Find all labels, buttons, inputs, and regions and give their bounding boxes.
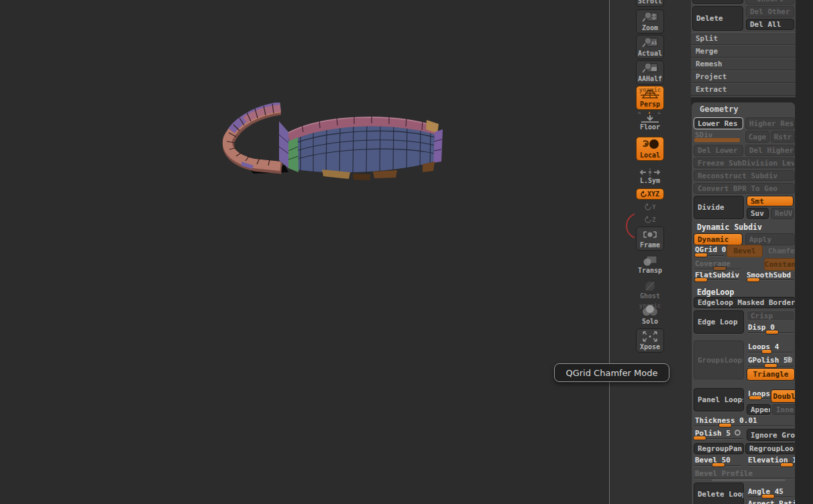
apply-button[interactable]: Apply xyxy=(745,233,795,245)
suv-button[interactable]: Suv xyxy=(747,208,769,219)
smoothsubdiv-slider[interactable] xyxy=(747,277,760,282)
rstr-button[interactable]: Rstr xyxy=(771,131,795,143)
zbrush-window: Scroll Zoom x1 Actual AAHalf ynamic xyxy=(0,0,813,504)
elevation-slider[interactable] xyxy=(780,462,794,467)
sym-arrows-icon xyxy=(637,167,663,177)
append-mode-button[interactable]: Appen xyxy=(747,404,771,415)
model-left-arc xyxy=(227,104,282,169)
actual-button[interactable]: x1 Actual xyxy=(636,35,664,59)
append-button-partial[interactable] xyxy=(692,0,743,4)
regroup-loops-button[interactable]: RegroupLoo xyxy=(745,443,796,454)
frame-button[interactable]: Frame xyxy=(636,227,664,251)
tooltip: QGrid Chamfer Mode xyxy=(554,363,669,382)
local-button[interactable]: Local xyxy=(636,137,664,161)
flatsubdiv-slider[interactable] xyxy=(694,277,708,282)
edgeloop-header[interactable]: EdgeLoop xyxy=(697,288,734,297)
lsym-button[interactable]: L.Sym xyxy=(636,166,664,186)
ring-clip xyxy=(610,0,635,504)
scroll-label: Scroll xyxy=(638,0,662,6)
solo-button[interactable]: ynamic Solo xyxy=(636,302,664,327)
edge-loop-button[interactable]: Edge Loop xyxy=(694,310,744,334)
rotate-z-button[interactable]: Z xyxy=(636,214,664,226)
ghost-button[interactable]: Ghost xyxy=(636,279,664,302)
scroll-button[interactable]: Scroll xyxy=(636,0,664,7)
xpose-button[interactable]: Xpose xyxy=(636,328,664,353)
smt-button[interactable]: Smt xyxy=(747,196,794,206)
rotate-xyz-button[interactable]: XYZ xyxy=(636,188,664,200)
cage-button[interactable]: Cage xyxy=(745,131,769,143)
bevel-profile-label[interactable]: Bevel Profile xyxy=(695,469,753,478)
polish-slider[interactable] xyxy=(693,436,706,440)
angle-slider[interactable] xyxy=(761,494,775,499)
insert-button[interactable]: Insert xyxy=(746,0,794,5)
bevel-profile-curve[interactable] xyxy=(712,479,785,481)
loops-slider[interactable] xyxy=(761,349,772,354)
transp-button[interactable]: Transp xyxy=(636,253,664,276)
del-all-button[interactable]: Del All xyxy=(746,19,794,30)
delete-button[interactable]: Delete xyxy=(692,6,743,31)
convert-bpr-button[interactable]: Convert BPR To Geo xyxy=(694,183,795,194)
freeze-subdivision-button[interactable]: Freeze SubDivision Levels xyxy=(694,158,795,168)
crisp-button[interactable]: Crisp xyxy=(747,310,795,321)
floor-icon xyxy=(637,115,663,123)
persp-label: Persp xyxy=(640,101,660,109)
del-higher-button[interactable]: Del Higher xyxy=(745,145,795,156)
window-right-edge xyxy=(796,0,813,504)
edgeloop-masked-border-button[interactable]: Edgeloop Masked Border xyxy=(694,297,796,308)
zoom-label: Zoom xyxy=(642,24,658,33)
del-other-button[interactable]: Del Other xyxy=(746,6,794,17)
sdiv-slider[interactable] xyxy=(694,138,740,142)
triangle-button[interactable]: Triangle xyxy=(747,368,795,381)
sculpt-model[interactable] xyxy=(221,103,444,182)
coverage-slider[interactable] xyxy=(713,266,726,271)
local-pivot-icon xyxy=(637,137,663,151)
floor-button[interactable]: x Y z Floor xyxy=(636,111,664,133)
double-button[interactable]: Doubl xyxy=(771,389,796,403)
aspect-ratio-slider-label: Aspect Rati xyxy=(748,499,796,504)
panel-loops-count-slider[interactable] xyxy=(749,395,762,400)
del-lower-button[interactable]: Del Lower xyxy=(694,145,743,156)
thickness-slider[interactable] xyxy=(718,423,732,428)
qgrid-slider[interactable] xyxy=(694,253,708,257)
dynamic-button[interactable]: Dynamic xyxy=(694,233,743,245)
split-row[interactable]: Split xyxy=(691,32,796,45)
persp-button[interactable]: ynamic Persp xyxy=(636,86,664,110)
geometry-title[interactable]: Geometry xyxy=(700,105,739,114)
bevel-slider[interactable] xyxy=(712,462,725,467)
model-main-wall xyxy=(279,115,443,180)
transp-icon xyxy=(637,254,663,267)
rotate-y-button[interactable]: Y xyxy=(636,201,664,213)
qgrid-bevel-mode-button[interactable]: Bevel xyxy=(726,245,763,257)
ghost-icon xyxy=(637,279,663,292)
remesh-row[interactable]: Remesh xyxy=(691,58,796,70)
constant-button[interactable]: Constan xyxy=(764,258,796,271)
merge-row[interactable]: Merge xyxy=(691,45,796,58)
higher-res-button[interactable]: Higher Res xyxy=(745,117,795,129)
reuv-button[interactable]: ReUV xyxy=(771,208,794,219)
disp-slider[interactable] xyxy=(765,330,779,334)
frame-icon xyxy=(637,227,663,241)
gpolish-slider[interactable] xyxy=(764,363,777,368)
divide-button[interactable]: Divide xyxy=(694,196,744,219)
groupsloops-button[interactable]: GroupsLoops xyxy=(694,340,744,379)
document-canvas[interactable] xyxy=(0,0,609,504)
project-row[interactable]: Project xyxy=(691,70,796,83)
actual-label: Actual xyxy=(638,50,662,58)
aahalf-button[interactable]: AAHalf xyxy=(636,60,664,84)
reconstruct-subdiv-button[interactable]: Reconstruct Subdiv xyxy=(694,170,795,181)
delete-loops-button[interactable]: Delete Loop xyxy=(694,483,744,504)
regroup-panels-button[interactable]: RegroupPan xyxy=(694,443,744,454)
local-label: Local xyxy=(640,151,660,160)
zoom-button[interactable]: Zoom xyxy=(636,9,664,34)
lower-res-button[interactable]: Lower Res xyxy=(694,117,743,129)
gpolish-mode-toggle[interactable] xyxy=(786,357,792,363)
panel-loops-button[interactable]: Panel Loops xyxy=(694,388,744,412)
extract-row[interactable]: Extract xyxy=(691,83,796,96)
ignore-groups-button[interactable]: Ignore Grou xyxy=(747,429,796,441)
qgrid-chamfer-mode-button[interactable]: Chamfe xyxy=(764,245,796,257)
magnifier-zoom-icon xyxy=(637,10,663,24)
stroke-indicator-ring xyxy=(626,212,635,239)
polish-mode-toggle[interactable] xyxy=(735,430,741,436)
dynamic-subdiv-header[interactable]: Dynamic Subdiv xyxy=(697,223,762,232)
inner-mode-button[interactable]: Inner xyxy=(772,404,796,415)
